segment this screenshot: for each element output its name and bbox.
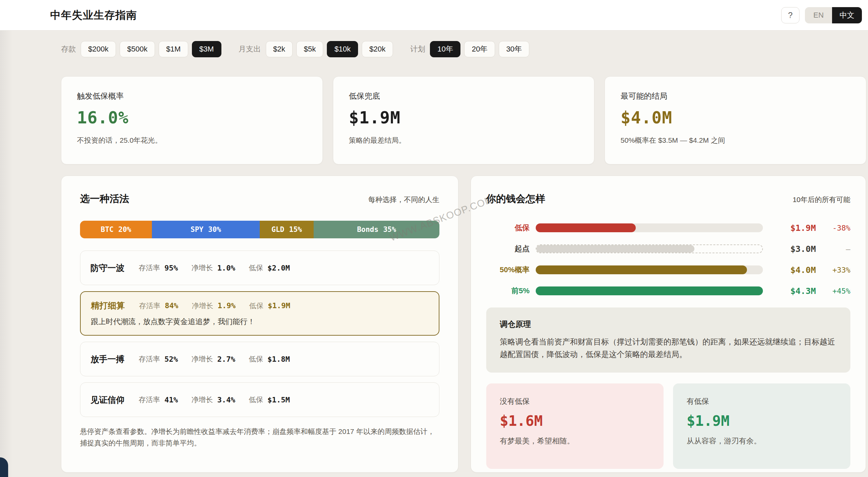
stat-caption: 50%概率在 $3.5M — $4.2M 之间 xyxy=(620,136,850,145)
spending-label: 月支出 xyxy=(239,44,261,54)
outcome-bar-track xyxy=(536,223,763,232)
lang-option-zh[interactable]: 中文 xyxy=(832,7,862,23)
outcome-bar-fill xyxy=(536,286,763,295)
stat-caption: 不投资的话，25.0年花光。 xyxy=(77,136,307,145)
outcome-bar-fill xyxy=(536,245,695,253)
outcome-row-floor: 低保 $1.9M -38% xyxy=(486,223,850,232)
savings-chip-1m[interactable]: $1M xyxy=(159,41,188,57)
outcome-bar-track xyxy=(536,286,763,295)
bottom-left-corner-artifact xyxy=(0,457,8,477)
filter-bar: 存款 $200k $500k $1M $3M 月支出 $2k $5k $10k … xyxy=(61,41,533,58)
principle-body: 策略调仓看当前资产和财富目标（撑过计划需要的那笔钱）的距离，如果还远就继续追；目… xyxy=(500,336,837,361)
allocation-segment-gld[interactable]: GLD 15% xyxy=(260,221,314,238)
strategy-list: 防守一波 存活率95% 净增长1.0% 低保$2.0M 精打细算 存活率84% … xyxy=(80,251,439,417)
card-without-floor: 没有低保 $1.6M 有梦最美，希望相随。 xyxy=(486,383,664,469)
outcome-bar-fill xyxy=(536,265,747,274)
floor-comparison-cards: 没有低保 $1.6M 有梦最美，希望相随。 有低保 $1.9M 从从容容，游刃有… xyxy=(486,383,850,469)
stat-label: 触发低保概率 xyxy=(77,91,307,101)
spending-chip-2k[interactable]: $2k xyxy=(266,41,293,57)
savings-chip-3m-selected[interactable]: $3M xyxy=(192,41,221,57)
outcomes-panel: 你的钱会怎样 10年后的所有可能 低保 $1.9M -38% 起点 $3.0M … xyxy=(471,176,866,473)
savings-label: 存款 xyxy=(61,44,76,54)
allocation-segment-btc[interactable]: BTC 20% xyxy=(80,221,152,238)
strategy-option-budget-selected[interactable]: 精打细算 存活率84% 净增长1.9% 低保$1.9M 跟上时代潮流，放点数字黄… xyxy=(80,291,439,336)
strategy-option-all-in[interactable]: 放手一搏 存活率52% 净增长2.7% 低保$1.8M xyxy=(80,342,439,376)
stat-caption: 策略的最差结局。 xyxy=(349,136,579,145)
stat-label: 低保兜底 xyxy=(349,91,579,101)
horizon-label: 计划 xyxy=(410,44,425,54)
outcome-row-top5: 前5% $4.3M +45% xyxy=(486,286,850,295)
savings-chip-200k[interactable]: $200k xyxy=(81,41,116,57)
header-controls: ? EN 中文 xyxy=(781,7,862,23)
spending-chip-5k[interactable]: $5k xyxy=(296,41,323,57)
strategy-panel-title: 选一种活法 xyxy=(80,192,129,206)
stat-value: $1.9M xyxy=(349,108,579,127)
strategy-description: 跟上时代潮流，放点数字黄金追追梦，我们能行！ xyxy=(91,317,429,327)
lang-option-en[interactable]: EN xyxy=(805,7,832,23)
allocation-segment-spy[interactable]: SPY 30% xyxy=(152,221,260,238)
stat-card-likely-outcome: 最可能的结局 $4.0M 50%概率在 $3.5M — $4.2M 之间 xyxy=(605,76,866,164)
stat-card-ruin-probability: 触发低保概率 16.0% 不投资的话，25.0年花光。 xyxy=(61,76,323,164)
allocation-bar: BTC 20% SPY 30% GLD 15% Bonds 35% xyxy=(80,221,439,238)
outcome-row-start: 起点 $3.0M — xyxy=(486,244,850,253)
header: 中年失业生存指南 ? EN 中文 xyxy=(0,0,868,31)
card-with-floor: 有低保 $1.9M 从从容容，游刃有余。 xyxy=(673,383,850,469)
language-toggle: EN 中文 xyxy=(805,7,862,23)
horizon-chip-30y[interactable]: 30年 xyxy=(499,41,529,57)
outcome-bar-track xyxy=(536,265,763,274)
strategy-panel: 选一种活法 每种选择，不同的人生 BTC 20% SPY 30% GLD 15%… xyxy=(61,176,458,473)
strategy-option-defensive[interactable]: 防守一波 存活率95% 净增长1.0% 低保$2.0M xyxy=(80,251,439,285)
page-title: 中年失业生存指南 xyxy=(50,8,137,22)
strategy-option-faith[interactable]: 见证信仰 存活率41% 净增长3.4% 低保$1.5M xyxy=(80,382,439,417)
help-button[interactable]: ? xyxy=(781,7,800,23)
outcome-bars: 低保 $1.9M -38% 起点 $3.0M — 50%概率 $4.0M +33… xyxy=(486,223,850,295)
rebalance-principle-box: 调仓原理 策略调仓看当前资产和财富目标（撑过计划需要的那笔钱）的距离，如果还远就… xyxy=(486,307,850,373)
outcome-row-median: 50%概率 $4.0M +33% xyxy=(486,265,850,274)
stat-value: 16.0% xyxy=(77,108,307,127)
spending-chip-10k-selected[interactable]: $10k xyxy=(327,41,358,57)
stat-label: 最可能的结局 xyxy=(620,91,850,101)
app-root: 中年失业生存指南 ? EN 中文 存款 $200k $500k $1M $3M … xyxy=(0,0,868,477)
stat-cards-row: 触发低保概率 16.0% 不投资的话，25.0年花光。 低保兜底 $1.9M 策… xyxy=(61,76,866,164)
outcome-bar-track xyxy=(536,244,763,253)
stat-card-floor-backstop: 低保兜底 $1.9M 策略的最差结局。 xyxy=(333,76,595,164)
strategy-footnote: 悬停资产条查看参数。净增长为前瞻性收益率减去年消费率；崩盘频率和幅度基于 201… xyxy=(80,426,439,449)
left-edge-shadow xyxy=(0,31,13,477)
savings-chip-500k[interactable]: $500k xyxy=(120,41,155,57)
horizon-chip-10y-selected[interactable]: 10年 xyxy=(430,41,460,57)
spending-chip-20k[interactable]: $20k xyxy=(362,41,393,57)
principle-title: 调仓原理 xyxy=(500,319,837,330)
strategy-panel-caption: 每种选择，不同的人生 xyxy=(368,195,439,204)
stat-value: $4.0M xyxy=(620,108,850,127)
outcomes-panel-caption: 10年后的所有可能 xyxy=(793,195,850,204)
horizon-chip-20y[interactable]: 20年 xyxy=(464,41,495,57)
outcome-bar-fill xyxy=(536,223,636,232)
